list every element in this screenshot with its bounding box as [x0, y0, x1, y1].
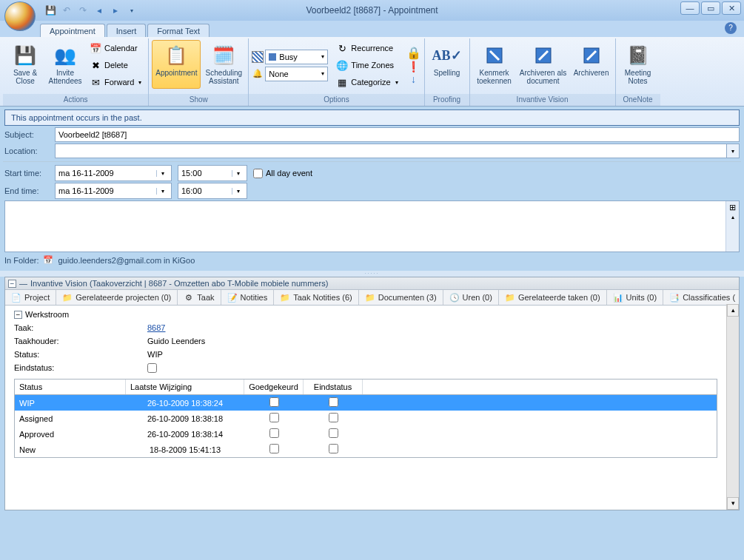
scroll-up-icon[interactable]: ▴	[731, 214, 734, 220]
tab-insert[interactable]: Insert	[107, 24, 147, 37]
table-row[interactable]: New18-8-2009 15:41:13	[15, 442, 717, 457]
close-button[interactable]: ✕	[722, 1, 741, 15]
scroll-up-icon[interactable]: ▴	[727, 304, 739, 317]
splitter[interactable]: ·····	[0, 271, 744, 277]
calendar-icon: 📅	[90, 42, 101, 54]
ribbon: 💾 Save & Close 👥 Invite Attendees 📅Calen…	[0, 37, 744, 107]
eindstatus-checkbox[interactable]	[147, 363, 157, 373]
prev-icon[interactable]: ◂	[93, 4, 105, 16]
status-label: Status:	[14, 350, 147, 359]
redo-icon[interactable]: ↷	[77, 4, 89, 16]
next-icon[interactable]: ▸	[110, 4, 121, 16]
past-notice: This appointment occurs in the past.	[4, 109, 740, 126]
end-date-combo[interactable]: ma 16-11-2009▾	[55, 183, 172, 199]
subtab-project[interactable]: 📄Project	[5, 290, 56, 305]
subtab-class[interactable]: 📑Classificaties (	[663, 290, 739, 305]
col-goedgekeurd[interactable]: Goedgekeurd	[244, 379, 304, 394]
subtab-taak-notities[interactable]: 📁Taak Notities (6)	[274, 290, 358, 305]
allday-checkbox[interactable]	[253, 169, 263, 178]
qat-dropdown-icon[interactable]: ▾	[126, 4, 138, 16]
meeting-notes-button[interactable]: 📓 Meeting Notes	[619, 40, 657, 89]
show-as-select[interactable]: Busy▾	[265, 50, 328, 64]
private-icon[interactable]: 🔒	[406, 46, 421, 60]
save-close-button[interactable]: 💾 Save & Close	[6, 40, 44, 90]
cell-status: WIP	[15, 397, 126, 410]
body-textarea[interactable]: ⊞ ▴	[4, 200, 740, 252]
archiveren-button[interactable]: Archiveren	[571, 40, 612, 89]
recurrence-icon: ↻	[336, 42, 348, 54]
minimize-button[interactable]: —	[680, 1, 700, 15]
recurrence-button[interactable]: ↻Recurrence	[332, 40, 401, 56]
subtab-uren[interactable]: 🕓Uren (0)	[443, 290, 499, 305]
table-row[interactable]: WIP26-10-2009 18:38:24	[15, 395, 717, 411]
low-importance-icon[interactable]: ↓	[411, 73, 416, 85]
goedgekeurd-checkbox[interactable]	[269, 428, 279, 438]
subtab-gerel-proj[interactable]: 📁Gerelateerde projecten (0)	[56, 290, 178, 305]
goedgekeurd-checkbox[interactable]	[269, 444, 279, 453]
eindstatus-row-checkbox[interactable]	[329, 397, 338, 407]
invite-attendees-button[interactable]: 👥 Invite Attendees	[46, 40, 84, 90]
goedgekeurd-checkbox[interactable]	[269, 413, 279, 422]
forward-icon: ✉	[90, 76, 101, 88]
start-time-combo[interactable]: 15:00▾	[178, 165, 247, 181]
high-importance-icon[interactable]: ❗	[407, 61, 420, 72]
delete-button[interactable]: ✖Delete	[86, 57, 145, 73]
start-date-combo[interactable]: ma 16-11-2009▾	[55, 165, 172, 181]
project-icon: 📄	[11, 292, 21, 303]
reminder-select[interactable]: None▾	[265, 67, 328, 81]
scroll-down-icon[interactable]: ▾	[727, 497, 739, 510]
eindstatus-row-checkbox[interactable]	[329, 413, 338, 422]
panel-subtabs: 📄Project 📁Gerelateerde projecten (0) ⚙Ta…	[5, 290, 739, 306]
cell-status: Assigned	[15, 412, 126, 425]
group-actions: 💾 Save & Close 👥 Invite Attendees 📅Calen…	[3, 38, 149, 106]
table-row[interactable]: Approved26-10-2009 18:38:14	[15, 426, 717, 442]
subtab-notities[interactable]: 📝Notities	[221, 290, 275, 305]
tab-appointment[interactable]: Appointment	[40, 24, 105, 37]
clock-icon: 🕓	[449, 292, 460, 303]
subtab-gerel-taken[interactable]: 📁Gerelateerde taken (0)	[499, 290, 607, 305]
kenmerk-button[interactable]: Kenmerk toekennen	[473, 40, 516, 89]
end-time-combo[interactable]: 16:00▾	[178, 183, 247, 199]
timezones-button[interactable]: 🌐Time Zones	[332, 57, 401, 73]
cell-date: 26-10-2009 18:38:18	[126, 412, 244, 425]
subject-input[interactable]	[55, 127, 740, 142]
tab-format-text[interactable]: Format Text	[147, 24, 210, 37]
col-status[interactable]: Status	[15, 379, 126, 394]
folder-icon: 📁	[280, 292, 290, 303]
scheduling-button[interactable]: 🗓️ Scheduling Assistant	[202, 40, 245, 89]
col-laatste[interactable]: Laatste Wijziging	[126, 379, 244, 394]
eindstatus-row-checkbox[interactable]	[329, 428, 338, 438]
col-eindstatus[interactable]: Eindstatus	[304, 379, 363, 394]
calendar-button[interactable]: 📅Calendar	[86, 40, 145, 56]
archiveren-doc-button[interactable]: Archiveren als document	[517, 40, 569, 89]
show-as-swatch-button[interactable]	[252, 51, 264, 63]
subtab-taak[interactable]: ⚙Taak	[178, 290, 221, 305]
undo-icon[interactable]: ↶	[61, 4, 73, 16]
infolder-label: In Folder:	[4, 256, 38, 265]
invantive-panel: − — Invantive Vision (Taakoverzicht | 86…	[4, 277, 740, 510]
gear-icon: ⚙	[184, 292, 194, 303]
location-input[interactable]	[55, 144, 726, 158]
office-button[interactable]	[4, 1, 36, 31]
reminder-icon[interactable]: 🔔	[252, 68, 264, 80]
spelling-button[interactable]: AB✓ Spelling	[428, 40, 466, 81]
forward-button[interactable]: ✉Forward▾	[86, 74, 145, 90]
subtab-documenten[interactable]: 📁Documenten (3)	[359, 290, 443, 305]
panel-collapse-button[interactable]: −	[8, 280, 16, 288]
goedgekeurd-checkbox[interactable]	[269, 397, 279, 407]
taak-link[interactable]: 8687	[147, 323, 165, 332]
help-button[interactable]: ?	[725, 22, 737, 34]
save-icon: 💾	[13, 44, 37, 67]
body-expand-icon[interactable]: ⊞	[729, 203, 736, 212]
save-icon[interactable]: 💾	[44, 4, 56, 16]
categorize-button[interactable]: ▦Categorize▾	[332, 74, 401, 90]
maximize-button[interactable]: ▭	[701, 1, 720, 15]
location-dropdown-icon[interactable]: ▾	[726, 144, 740, 158]
note-icon: 📝	[227, 292, 238, 303]
appointment-button[interactable]: 📋 Appointment	[152, 40, 201, 89]
table-row[interactable]: Assigned26-10-2009 18:38:18	[15, 411, 717, 426]
subtab-units[interactable]: 📊Units (0)	[607, 290, 664, 305]
section-collapse-button[interactable]: −	[14, 311, 22, 319]
eindstatus-row-checkbox[interactable]	[329, 444, 338, 453]
status-value: WIP	[147, 350, 163, 359]
